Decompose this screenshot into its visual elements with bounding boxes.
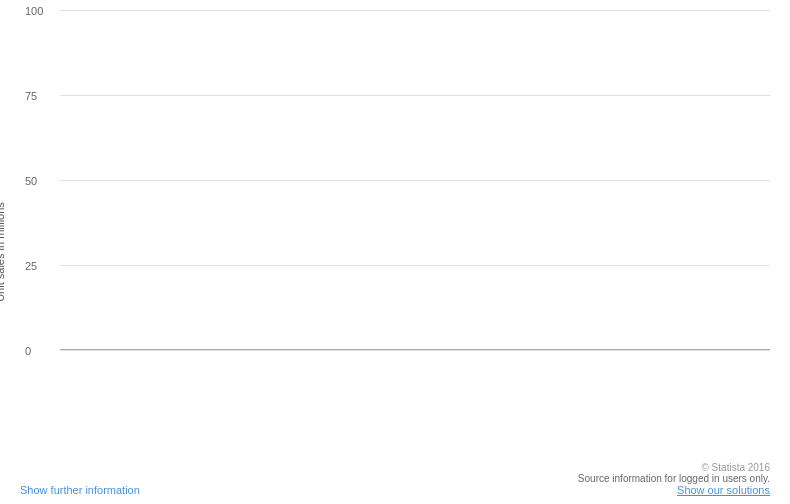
gridline-0: 0	[60, 350, 770, 351]
bars-wrapper	[60, 10, 770, 350]
y-axis-label: Unit sales in millions	[0, 202, 6, 302]
y-tick-0: 0	[25, 345, 31, 357]
y-tick-50: 50	[25, 175, 37, 187]
y-tick-100: 100	[25, 5, 43, 17]
source-info: Source information for logged in users o…	[578, 473, 770, 484]
y-tick-25: 25	[25, 260, 37, 272]
chart-container: Unit sales in millions 100 75 50 25 0	[0, 0, 790, 504]
chart-area: 100 75 50 25 0	[60, 10, 770, 350]
axis-line	[60, 349, 770, 350]
show-solutions-link[interactable]: Show our solutions	[578, 484, 770, 496]
show-further-link[interactable]: Show further information	[20, 484, 140, 496]
statista-credit: © Statista 2016	[578, 462, 770, 473]
y-tick-75: 75	[25, 90, 37, 102]
footer-right: © Statista 2016 Source information for l…	[578, 462, 770, 496]
footer: Show further information © Statista 2016…	[20, 462, 770, 496]
